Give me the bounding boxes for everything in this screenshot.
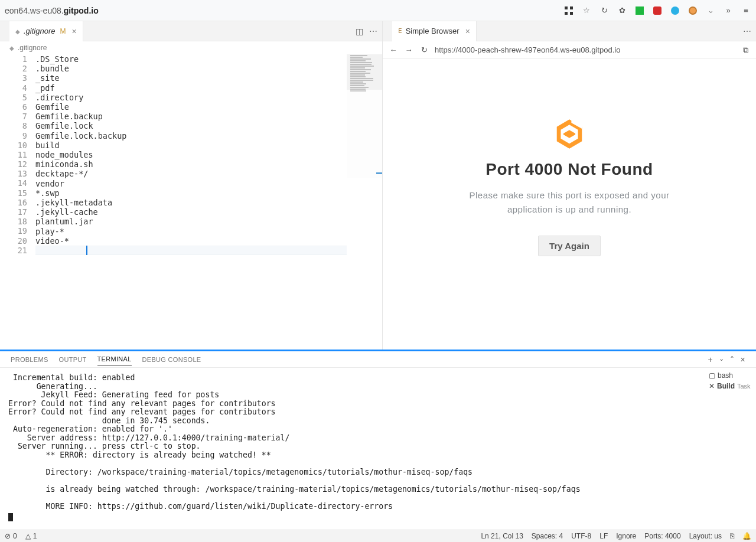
more-icon[interactable]: ⋯ — [743, 27, 751, 36]
more-icon[interactable]: ⋯ — [369, 27, 377, 36]
status-bar: ⊘0 △1 Ln 21, Col 13 Spaces: 4 UTF-8 LF I… — [0, 530, 756, 542]
bottom-panel: PROBLEMS OUTPUT TERMINAL DEBUG CONSOLE +… — [0, 351, 756, 530]
qr-icon[interactable] — [563, 5, 574, 16]
code-editor[interactable]: 123456789101112131415161718192021 .DS_St… — [0, 54, 382, 350]
close-icon[interactable]: × — [71, 27, 76, 36]
address-url[interactable]: eon64.ws-eu08.gitpod.io — [5, 6, 99, 15]
status-cursor-pos[interactable]: Ln 21, Col 13 — [481, 532, 523, 540]
tab-label: .gitignore — [24, 27, 55, 35]
simple-browser-url[interactable]: https://4000-peach-shrew-497eon64.ws-eu0… — [435, 45, 735, 54]
tab-label: Simple Browser — [406, 27, 460, 35]
warning-icon: △ — [25, 532, 31, 540]
code-lines[interactable]: .DS_Store .bundle _site _pdf .directory … — [35, 54, 382, 350]
try-again-button[interactable]: Try Again — [538, 236, 601, 256]
editor-pane: .gitignore M × ◫ ⋯ .gitignore 1234567891… — [0, 21, 383, 350]
open-external-icon[interactable]: ⧉ — [741, 45, 750, 55]
breadcrumb[interactable]: .gitignore — [0, 41, 382, 54]
terminal-dropdown-icon[interactable]: ⌄ — [719, 355, 724, 364]
terminal-text: Incremental build: enabled Generating...… — [8, 373, 581, 511]
editor-tabbar: .gitignore M × ◫ ⋯ — [0, 21, 382, 41]
status-errors[interactable]: ⊘0 — [5, 532, 17, 540]
split-editor-icon[interactable]: ◫ — [356, 27, 363, 36]
back-icon[interactable]: ← — [389, 45, 398, 54]
forward-icon[interactable]: → — [404, 45, 413, 54]
svg-rect-0 — [565, 6, 568, 9]
ext-shield-icon[interactable] — [652, 5, 663, 16]
status-indent[interactable]: Spaces: 4 — [532, 532, 563, 540]
status-ports[interactable]: Ports: 4000 — [644, 532, 680, 540]
close-icon[interactable]: × — [465, 27, 470, 36]
line-number-gutter: 123456789101112131415161718192021 — [0, 54, 35, 350]
chevron-down-icon[interactable]: ⌄ — [705, 5, 716, 16]
svg-rect-1 — [570, 6, 573, 9]
gitignore-file-icon — [9, 44, 14, 52]
text-cursor — [86, 246, 87, 255]
url-host: gitpod.io — [64, 6, 99, 15]
star-icon[interactable]: ☆ — [581, 5, 592, 16]
simple-browser-toolbar: ← → ↻ https://4000-peach-shrew-497eon64.… — [383, 41, 756, 59]
tab-output[interactable]: OUTPUT — [59, 354, 87, 365]
hamburger-icon[interactable]: ≡ — [741, 5, 751, 16]
tab-simple-browser[interactable]: E Simple Browser × — [392, 21, 477, 41]
terminal-entry-bash[interactable]: ▢bash — [709, 371, 751, 380]
breadcrumb-label: .gitignore — [18, 44, 47, 52]
terminal-output[interactable]: Incremental build: enabled Generating...… — [0, 368, 704, 530]
browser-toolbar-icons: ☆ ↻ ✿ ⌄ » ≡ — [563, 5, 751, 16]
status-language[interactable]: Ignore — [616, 532, 636, 540]
status-warnings[interactable]: △1 — [25, 532, 37, 540]
ext-blue-icon[interactable] — [670, 5, 680, 16]
ruler-cursor-mark — [376, 172, 382, 174]
ext-orange-icon[interactable] — [687, 5, 698, 16]
terminal-cursor — [8, 513, 13, 521]
terminal-shell-icon: ▢ — [709, 371, 715, 380]
tab-terminal[interactable]: TERMINAL — [97, 353, 132, 365]
maximize-panel-icon[interactable]: ˄ — [730, 355, 734, 364]
browser-chrome: eon64.ws-eu08.gitpod.io ☆ ↻ ✿ ⌄ » ≡ — [0, 0, 756, 21]
url-prefix: eon64.ws-eu08. — [5, 6, 64, 15]
new-terminal-icon[interactable]: + — [708, 355, 712, 364]
status-eol[interactable]: LF — [599, 532, 608, 540]
browser-tabbar: E Simple Browser × ⋯ — [383, 21, 756, 41]
port-not-found-subtitle: Please make sure this port is exposed an… — [457, 188, 682, 217]
status-bell-icon[interactable]: 🔔 — [742, 532, 751, 540]
tab-modified-indicator: M — [60, 27, 66, 35]
workbench: .gitignore M × ◫ ⋯ .gitignore 1234567891… — [0, 21, 756, 542]
simple-browser-content: Port 4000 Not Found Please make sure thi… — [383, 59, 756, 350]
gitpod-logo — [553, 117, 586, 151]
tab-problems[interactable]: PROBLEMS — [11, 354, 48, 365]
overflow-icon[interactable]: » — [723, 5, 734, 16]
gitignore-file-icon — [15, 27, 20, 35]
status-encoding[interactable]: UTF-8 — [571, 532, 591, 540]
svg-rect-3 — [570, 12, 573, 15]
reload-icon[interactable]: ↻ — [419, 45, 429, 54]
terminal-entry-build[interactable]: ✕Build Task — [709, 382, 751, 390]
svg-rect-2 — [565, 12, 568, 15]
status-feedback-icon[interactable]: ⎘ — [730, 532, 734, 540]
terminal-list: ▢bash ✕Build Task — [704, 368, 756, 530]
port-not-found-title: Port 4000 Not Found — [485, 160, 653, 179]
simple-browser-pane: E Simple Browser × ⋯ ← → ↻ https://4000-… — [383, 21, 756, 350]
ext-green-icon[interactable] — [634, 5, 645, 16]
extensions-icon[interactable]: ✿ — [617, 5, 627, 16]
panel-tabbar: PROBLEMS OUTPUT TERMINAL DEBUG CONSOLE +… — [0, 351, 756, 368]
browser-tab-icon: E — [398, 27, 402, 35]
close-panel-icon[interactable]: × — [741, 355, 745, 364]
overview-ruler[interactable] — [376, 54, 382, 350]
status-layout[interactable]: Layout: us — [689, 532, 722, 540]
tab-debug-console[interactable]: DEBUG CONSOLE — [142, 354, 201, 365]
error-icon: ⊘ — [5, 532, 11, 540]
tab-gitignore[interactable]: .gitignore M × — [9, 21, 83, 41]
reload-icon[interactable]: ↻ — [599, 5, 610, 16]
tools-icon: ✕ — [709, 382, 715, 390]
